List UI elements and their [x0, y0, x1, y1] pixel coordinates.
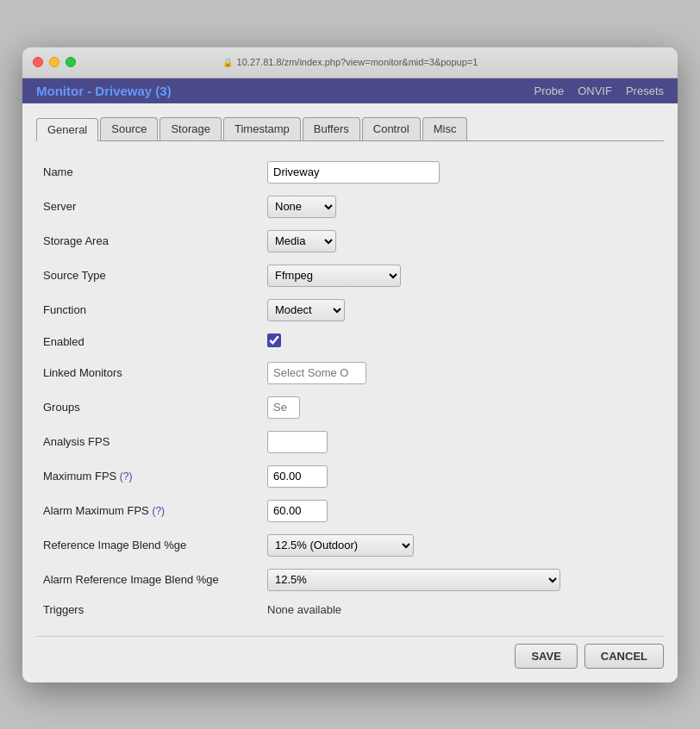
alarm-ref-blend-label: Alarm Reference Image Blend %ge — [36, 563, 260, 597]
tab-storage[interactable]: Storage — [159, 117, 222, 140]
analysis-fps-cell — [260, 425, 664, 459]
linked-monitors-input[interactable] — [267, 362, 366, 384]
alarm-max-fps-label: Alarm Maximum FPS (?) — [36, 494, 260, 528]
analysis-fps-label: Analysis FPS — [36, 425, 260, 459]
header-bar: Monitor - Driveway (3) Probe ONVIF Prese… — [22, 78, 678, 103]
storage-label: Storage Area — [36, 224, 260, 259]
titlebar: 🔒 10.27.81.8/zm/index.php?view=monitor&m… — [22, 47, 678, 78]
enabled-label: Enabled — [36, 327, 260, 356]
tab-timestamp[interactable]: Timestamp — [223, 117, 301, 140]
tab-bar: General Source Storage Timestamp Buffers… — [36, 117, 664, 141]
alarm-max-fps-input[interactable] — [267, 500, 328, 522]
max-fps-help[interactable]: (?) — [120, 470, 133, 483]
max-fps-label: Maximum FPS (?) — [36, 459, 260, 494]
minimize-button[interactable] — [49, 57, 59, 67]
triggers-value: None available — [267, 603, 341, 616]
triggers-row: Triggers None available — [36, 597, 664, 622]
content-area: General Source Storage Timestamp Buffers… — [22, 103, 678, 682]
function-select[interactable]: None Monitor Modect Record Mocord Nodect — [267, 299, 345, 321]
groups-cell — [260, 390, 664, 425]
maximize-button[interactable] — [66, 57, 76, 67]
name-cell — [260, 155, 664, 190]
alarm-max-fps-label-text: Alarm Maximum FPS — [43, 504, 149, 517]
server-cell: None — [260, 190, 664, 224]
triggers-cell: None available — [260, 597, 664, 622]
url-text: 10.27.81.8/zm/index.php?view=monitor&mid… — [237, 57, 478, 67]
name-row: Name — [36, 155, 664, 190]
alarm-ref-blend-cell: 12.5% — [260, 563, 664, 597]
alarm-max-fps-cell — [260, 494, 664, 528]
save-button[interactable]: SAVE — [515, 644, 577, 669]
max-fps-label-text: Maximum FPS — [43, 470, 116, 483]
linked-monitors-row: Linked Monitors — [36, 356, 664, 390]
server-row: Server None — [36, 190, 664, 224]
enabled-row: Enabled — [36, 327, 664, 356]
function-cell: None Monitor Modect Record Mocord Nodect — [260, 293, 664, 327]
source-type-select[interactable]: Ffmpeg Local Remote File LibVLC cURL — [267, 265, 401, 287]
source-type-row: Source Type Ffmpeg Local Remote File Lib… — [36, 259, 664, 293]
header-links: Probe ONVIF Presets — [534, 84, 664, 97]
analysis-fps-input[interactable] — [267, 431, 328, 453]
tab-control[interactable]: Control — [362, 117, 421, 140]
source-type-label: Source Type — [36, 259, 260, 293]
main-window: 🔒 10.27.81.8/zm/index.php?view=monitor&m… — [22, 47, 678, 682]
function-row: Function None Monitor Modect Record Moco… — [36, 293, 664, 327]
max-fps-row: Maximum FPS (?) — [36, 459, 664, 494]
server-label: Server — [36, 190, 260, 224]
tab-misc[interactable]: Misc — [422, 117, 468, 140]
storage-cell: Media — [260, 224, 664, 259]
groups-row: Groups — [36, 390, 664, 425]
name-label: Name — [36, 155, 260, 190]
onvif-link[interactable]: ONVIF — [578, 84, 612, 97]
close-button[interactable] — [33, 57, 43, 67]
max-fps-cell — [260, 459, 664, 494]
enabled-checkbox[interactable] — [267, 333, 281, 347]
function-label: Function — [36, 293, 260, 327]
lock-icon: 🔒 — [222, 58, 233, 67]
url-bar: 🔒 10.27.81.8/zm/index.php?view=monitor&m… — [222, 57, 478, 67]
server-select[interactable]: None — [267, 196, 336, 218]
alarm-ref-blend-row: Alarm Reference Image Blend %ge 12.5% — [36, 563, 664, 597]
alarm-ref-blend-select[interactable]: 12.5% — [267, 569, 560, 591]
storage-select[interactable]: Media — [267, 230, 336, 252]
cancel-button[interactable]: CANCEL — [584, 644, 664, 669]
ref-blend-cell: 12.5% (Outdoor) 6.25% (Indoor) — [260, 528, 664, 563]
name-input[interactable] — [267, 161, 440, 184]
tab-general[interactable]: General — [36, 118, 98, 141]
tab-buffers[interactable]: Buffers — [303, 117, 360, 140]
groups-input[interactable] — [267, 396, 300, 419]
tab-source[interactable]: Source — [100, 117, 158, 140]
ref-blend-select[interactable]: 12.5% (Outdoor) 6.25% (Indoor) — [267, 534, 414, 557]
groups-label: Groups — [36, 390, 260, 425]
ref-blend-label: Reference Image Blend %ge — [36, 528, 260, 563]
analysis-fps-row: Analysis FPS — [36, 425, 664, 459]
linked-monitors-label: Linked Monitors — [36, 356, 260, 390]
ref-blend-row: Reference Image Blend %ge 12.5% (Outdoor… — [36, 528, 664, 563]
button-bar: SAVE CANCEL — [36, 636, 664, 669]
monitor-title: Monitor - Driveway (3) — [36, 84, 172, 98]
probe-link[interactable]: Probe — [534, 84, 564, 97]
alarm-max-fps-row: Alarm Maximum FPS (?) — [36, 494, 664, 528]
linked-monitors-cell — [260, 356, 664, 390]
max-fps-input[interactable] — [267, 465, 328, 488]
presets-link[interactable]: Presets — [626, 84, 664, 97]
storage-row: Storage Area Media — [36, 224, 664, 259]
settings-form: Name Server None Storage Area — [36, 155, 664, 622]
source-type-cell: Ffmpeg Local Remote File LibVLC cURL — [260, 259, 664, 293]
triggers-label: Triggers — [36, 597, 260, 622]
traffic-lights — [33, 57, 76, 67]
enabled-cell — [260, 327, 664, 356]
alarm-max-fps-help[interactable]: (?) — [152, 505, 165, 517]
